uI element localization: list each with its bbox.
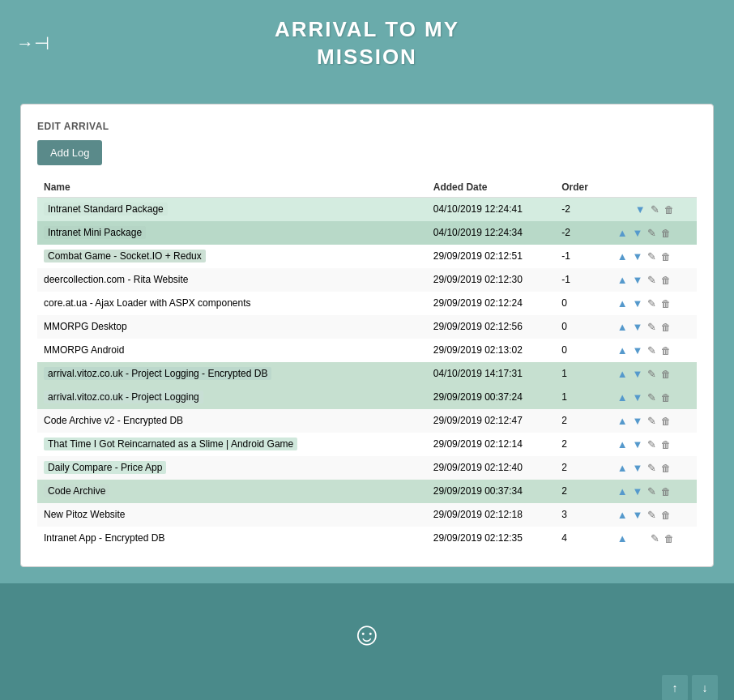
row-actions-cell: ▲▼✎🗑	[608, 503, 697, 527]
move-down-button[interactable]: ▼	[630, 343, 646, 358]
delete-button[interactable]: 🗑	[662, 203, 676, 217]
table-row: Intranet Standard Package04/10/2019 12:2…	[37, 197, 697, 221]
delete-button[interactable]: 🗑	[659, 344, 673, 358]
row-actions-cell: ▲✎🗑	[608, 527, 697, 550]
edit-button[interactable]: ✎	[645, 225, 659, 241]
move-up-button[interactable]: ▲	[615, 531, 630, 546]
move-down-button[interactable]: ▼	[630, 366, 646, 382]
delete-button[interactable]: 🗑	[662, 531, 676, 546]
edit-button[interactable]: ✎	[645, 484, 659, 499]
move-down-button[interactable]: ▼	[630, 225, 646, 241]
row-actions-cell: ▲▼✎🗑	[608, 221, 697, 245]
edit-button[interactable]: ✎	[645, 249, 659, 264]
delete-button[interactable]: 🗑	[659, 391, 673, 405]
row-order-cell: 2	[555, 433, 608, 456]
row-name: Intranet Mini Package	[44, 226, 146, 239]
row-order-cell: 3	[555, 503, 608, 527]
move-up-button[interactable]: ▲	[615, 390, 630, 405]
delete-button[interactable]: 🗑	[659, 273, 673, 288]
delete-button[interactable]: 🗑	[659, 508, 673, 523]
move-up-button[interactable]: ▲	[615, 343, 630, 358]
logout-icon[interactable]: →⊣	[16, 33, 49, 54]
table-row: Combat Game - Socket.IO + Redux29/09/201…	[37, 245, 697, 268]
row-order-cell: 0	[555, 292, 608, 315]
row-name: arrival.vitoz.co.uk - Project Logging	[44, 391, 203, 403]
add-log-button[interactable]: Add Log	[37, 140, 102, 165]
row-name-cell: Code Archive v2 - Encrypted DB	[37, 409, 427, 433]
edit-button[interactable]: ✎	[645, 319, 659, 335]
move-up-button[interactable]: ▲	[615, 272, 630, 288]
move-down-button[interactable]: ▼	[630, 319, 646, 335]
row-date-cell: 29/09/2019 02:12:40	[427, 456, 555, 480]
col-header-actions	[608, 177, 697, 198]
move-down-button[interactable]: ▼	[630, 296, 646, 311]
move-down-button[interactable]: ▼	[630, 507, 646, 523]
delete-button[interactable]: 🗑	[659, 226, 673, 241]
edit-button[interactable]: ✎	[645, 390, 659, 405]
delete-button[interactable]: 🗑	[659, 484, 673, 499]
move-down-button[interactable]: ▼	[630, 460, 646, 476]
delete-button[interactable]: 🗑	[659, 297, 673, 311]
table-row: core.at.ua - Ajax Loader with ASPX compo…	[37, 292, 697, 315]
move-up-button[interactable]: ▲	[615, 413, 630, 429]
delete-button[interactable]: 🗑	[659, 250, 673, 264]
delete-button[interactable]: 🗑	[659, 461, 673, 476]
move-up-button[interactable]: ▲	[615, 366, 630, 382]
move-up-button[interactable]: ▲	[615, 437, 630, 452]
row-actions-cell: ▲▼✎🗑	[608, 362, 697, 386]
row-name-cell: MMORPG Desktop	[37, 315, 427, 339]
move-down-button[interactable]: ▼	[633, 202, 648, 217]
row-date-cell: 29/09/2019 02:12:51	[427, 245, 555, 268]
row-order-cell: 2	[555, 480, 608, 503]
edit-button[interactable]: ✎	[645, 366, 659, 382]
row-actions-cell: ▲▼✎🗑	[608, 315, 697, 339]
edit-button[interactable]: ✎	[648, 202, 662, 217]
table-row: Daily Compare - Price App29/09/2019 02:1…	[37, 456, 697, 480]
move-down-button[interactable]: ▼	[630, 484, 646, 499]
edit-button[interactable]: ✎	[645, 437, 659, 452]
content-area: EDIT ARRIVAL Add Log Name Added Date Ord…	[0, 88, 734, 583]
move-up-button[interactable]: ▲	[615, 484, 630, 499]
edit-button[interactable]: ✎	[645, 413, 659, 429]
move-down-button[interactable]: ▼	[630, 437, 646, 452]
row-name: Combat Game - Socket.IO + Redux	[44, 250, 206, 262]
footer: ☺ ↑ ↓	[0, 583, 734, 700]
move-down-button[interactable]: ▼	[630, 249, 646, 264]
edit-button[interactable]: ✎	[645, 272, 659, 288]
row-date-cell: 29/09/2019 00:37:34	[427, 480, 555, 503]
delete-button[interactable]: 🗑	[659, 414, 673, 429]
delete-button[interactable]: 🗑	[659, 320, 673, 335]
move-up-button[interactable]: ▲	[615, 319, 630, 335]
row-name: arrival.vitoz.co.uk - Project Logging - …	[44, 367, 271, 380]
row-name-cell: Intranet Mini Package	[37, 221, 427, 245]
move-up-button[interactable]: ▲	[615, 460, 630, 476]
delete-button[interactable]: 🗑	[659, 367, 673, 382]
edit-arrival-card: EDIT ARRIVAL Add Log Name Added Date Ord…	[20, 104, 714, 567]
move-up-button[interactable]: ▲	[615, 225, 630, 241]
row-name-cell: Intranet Standard Package	[37, 197, 427, 221]
row-actions-cell: ▲▼✎🗑	[608, 409, 697, 433]
move-up-button[interactable]: ▲	[615, 249, 630, 264]
table-row: MMORPG Android29/09/2019 02:13:020▲▼✎🗑	[37, 339, 697, 362]
edit-button[interactable]: ✎	[645, 343, 659, 358]
table-row: deercollection.com - Rita Website29/09/2…	[37, 268, 697, 292]
row-order-cell: -2	[555, 197, 608, 221]
edit-button[interactable]: ✎	[645, 460, 659, 476]
move-down-button[interactable]: ▼	[630, 390, 646, 405]
footer-nav-up-button[interactable]: ↑	[662, 675, 688, 700]
edit-button[interactable]: ✎	[648, 531, 662, 546]
row-date-cell: 29/09/2019 02:12:30	[427, 268, 555, 292]
footer-nav-down-button[interactable]: ↓	[692, 675, 718, 700]
move-down-button[interactable]: ▼	[630, 272, 646, 288]
row-name-cell: MMORPG Android	[37, 339, 427, 362]
delete-button[interactable]: 🗑	[659, 438, 673, 452]
row-order-cell: 1	[555, 362, 608, 386]
move-down-button[interactable]: ▼	[630, 413, 646, 429]
edit-button[interactable]: ✎	[645, 296, 659, 311]
row-name-cell: arrival.vitoz.co.uk - Project Logging	[37, 386, 427, 409]
row-order-cell: 1	[555, 386, 608, 409]
move-up-button[interactable]: ▲	[615, 507, 630, 523]
row-name-cell: That Time I Got Reincarnated as a Slime …	[37, 433, 427, 456]
edit-button[interactable]: ✎	[645, 507, 659, 523]
move-up-button[interactable]: ▲	[615, 296, 630, 311]
